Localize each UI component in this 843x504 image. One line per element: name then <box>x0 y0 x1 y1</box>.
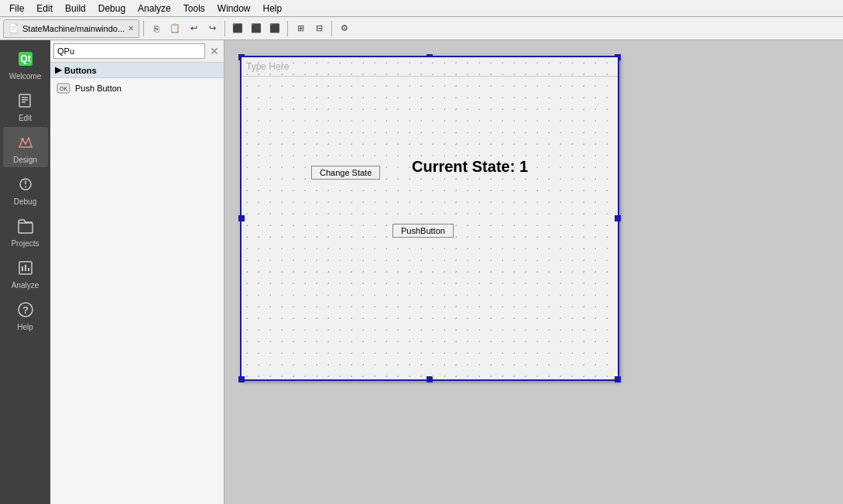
toolbar-redo-button[interactable]: ↪ <box>204 20 221 37</box>
menu-tools[interactable]: Tools <box>177 2 211 15</box>
analyze-label: Analyze <box>12 281 39 290</box>
svg-rect-2 <box>19 94 30 107</box>
svg-text:Qt: Qt <box>20 53 30 64</box>
toolbar-separator-1 <box>143 21 144 36</box>
projects-label: Projects <box>11 239 39 248</box>
help-label: Help <box>17 323 33 331</box>
menu-window[interactable]: Window <box>211 2 257 15</box>
edit-label: Edit <box>19 114 32 122</box>
form-canvas[interactable]: Type Here Change State Current State: 1 … <box>240 56 619 381</box>
debug-label: Debug <box>14 197 36 206</box>
toolbar-settings-button[interactable]: ⚙ <box>336 20 353 37</box>
sidebar-item-analyze[interactable]: Analyze <box>3 252 48 293</box>
toolbar-separator-4 <box>331 21 332 36</box>
analyze-icon <box>15 257 36 279</box>
sidebar-item-debug[interactable]: Debug <box>3 169 48 209</box>
tab-statemachine[interactable]: 📄 StateMachine/mainwindo... ✕ <box>3 19 139 38</box>
widget-search-input[interactable] <box>53 43 205 59</box>
toolbar-separator-3 <box>287 21 288 36</box>
canvas-inner: Change State Current State: 1 PushButton <box>242 57 618 379</box>
pushbutton[interactable]: PushButton <box>392 224 454 238</box>
menu-analyze[interactable]: Analyze <box>132 2 177 15</box>
main-layout: Qt Welcome Edit <box>0 40 843 504</box>
design-icon <box>15 132 36 153</box>
svg-rect-10 <box>19 223 33 233</box>
toolbar-undo-button[interactable]: ↩ <box>185 20 202 37</box>
menu-edit[interactable]: Edit <box>30 2 59 15</box>
welcome-icon: Qt <box>15 48 36 70</box>
sidebar-item-help[interactable]: ? Help <box>3 294 48 334</box>
svg-text:?: ? <box>22 304 29 316</box>
menu-debug[interactable]: Debug <box>92 2 132 15</box>
widget-category-buttons: ▶ Buttons <box>50 63 224 78</box>
tab-file-icon: 📄 <box>9 23 19 33</box>
category-label: Buttons <box>64 66 97 75</box>
design-area[interactable]: Type Here Change State Current State: 1 … <box>224 40 843 504</box>
toolbar-align-left[interactable]: ⬛ <box>229 20 246 37</box>
svg-text:OK: OK <box>60 86 67 91</box>
category-arrow-icon: ▶ <box>55 65 61 75</box>
svg-point-6 <box>21 138 24 141</box>
pushbutton-widget-icon: OK <box>57 81 70 95</box>
toolbar-align-h[interactable]: ⬛ <box>248 20 265 37</box>
change-state-button[interactable]: Change State <box>311 166 380 180</box>
sidebar-item-projects[interactable]: Projects <box>3 211 48 251</box>
sidebar-item-design[interactable]: Design <box>3 127 48 167</box>
widget-item-pushbutton[interactable]: OK Push Button <box>50 78 224 98</box>
menu-bar: File Edit Build Debug Analyze Tools Wind… <box>0 0 843 17</box>
toolbar-paste-button[interactable]: 📋 <box>166 20 183 37</box>
toolbar: 📄 StateMachine/mainwindo... ✕ ⎘ 📋 ↩ ↪ ⬛ … <box>0 17 843 40</box>
welcome-label: Welcome <box>9 72 42 81</box>
toolbar-align-right[interactable]: ⬛ <box>266 20 283 37</box>
menu-file[interactable]: File <box>3 2 30 15</box>
widget-panel: ✕ ▶ Buttons OK Push Button <box>50 40 224 504</box>
toolbar-grid-button[interactable]: ⊞ <box>292 20 309 37</box>
toolbar-copy-button[interactable]: ⎘ <box>148 20 165 37</box>
help-icon: ? <box>15 299 36 321</box>
projects-icon <box>15 215 36 237</box>
toolbar-separator-2 <box>224 21 225 36</box>
tab-close-button[interactable]: ✕ <box>128 24 134 33</box>
svg-point-9 <box>25 186 26 187</box>
widget-item-label: Push Button <box>75 84 122 93</box>
menu-help[interactable]: Help <box>257 2 289 15</box>
widget-search-bar: ✕ <box>50 40 224 63</box>
widget-search-clear-button[interactable]: ✕ <box>208 45 221 57</box>
edit-icon <box>15 90 36 111</box>
sidebar-item-welcome[interactable]: Qt Welcome <box>3 43 48 84</box>
menu-build[interactable]: Build <box>59 2 92 15</box>
current-state-label: Current State: 1 <box>412 158 528 176</box>
design-label: Design <box>13 156 37 164</box>
debug-icon <box>15 173 36 195</box>
toolbar-layout-button[interactable]: ⊟ <box>310 20 327 37</box>
tab-label: StateMachine/mainwindo... <box>22 24 125 33</box>
sidebar-item-edit[interactable]: Edit <box>3 85 48 125</box>
left-sidebar: Qt Welcome Edit <box>0 40 50 504</box>
